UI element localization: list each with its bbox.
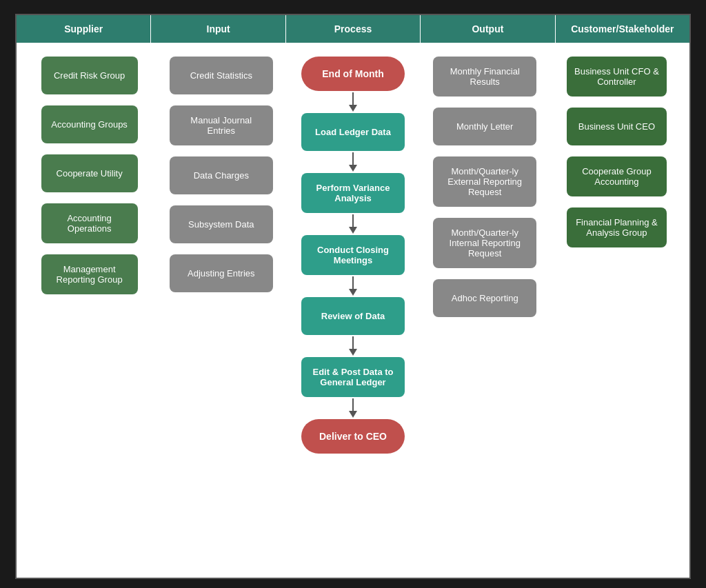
input-box-4: Subsystem Data <box>170 205 273 243</box>
arrow-2 <box>349 152 357 172</box>
header-customer: Customer/Stakeholder <box>556 15 689 43</box>
supplier-box-3: Cooperate Utility <box>41 154 138 192</box>
supplier-column: Credit Risk Group Accounting Groups Coop… <box>23 57 155 454</box>
supplier-box-2: Accounting Groups <box>41 105 138 143</box>
output-box-2: Monthly Letter <box>433 108 536 145</box>
arrow-3 <box>349 214 357 234</box>
input-box-1: Credit Statistics <box>170 57 273 94</box>
customer-box-4: Financial Planning & Analysis Group <box>567 207 667 247</box>
output-box-5: Adhoc Reporting <box>433 279 536 317</box>
arrow-1 <box>349 92 357 112</box>
supplier-box-1: Credit Risk Group <box>41 57 138 94</box>
process-deliver-ceo: Deliver to CEO <box>301 419 405 454</box>
supplier-box-4: Accounting Operations <box>41 203 138 243</box>
output-column: Monthly Financial Results Monthly Letter… <box>419 57 551 454</box>
output-box-1: Monthly Financial Results <box>433 57 536 97</box>
output-box-3: Month/Quarter-ly External Reporting Requ… <box>433 156 536 207</box>
header-row: Supplier Input Process Output Customer/S… <box>17 15 689 43</box>
process-variance: Perform Variance Analysis <box>301 173 405 213</box>
supplier-box-5: Management Reporting Group <box>41 254 138 294</box>
input-box-5: Adjusting Entries <box>170 254 273 292</box>
header-output: Output <box>421 15 555 43</box>
customer-box-1: Business Unit CFO & Controller <box>567 57 667 97</box>
arrow-5 <box>349 336 357 356</box>
arrow-6 <box>349 398 357 418</box>
customer-box-2: Business Unit CEO <box>567 108 667 145</box>
process-end-of-month: End of Month <box>301 57 405 91</box>
diagram-wrapper: Supplier Input Process Output Customer/S… <box>15 14 691 579</box>
content-area: Credit Risk Group Accounting Groups Coop… <box>17 43 689 467</box>
process-load-ledger: Load Ledger Data <box>301 113 405 151</box>
output-box-4: Month/Quarter-ly Internal Reporting Requ… <box>433 218 536 268</box>
header-input: Input <box>151 15 285 43</box>
input-box-2: Manual Journal Entries <box>170 105 273 145</box>
process-edit-post: Edit & Post Data to General Ledger <box>301 357 405 397</box>
customer-box-3: Cooperate Group Accounting <box>567 156 667 196</box>
header-supplier: Supplier <box>17 15 151 43</box>
process-closing-meetings: Conduct Closing Meetings <box>301 235 405 275</box>
input-column: Credit Statistics Manual Journal Entries… <box>155 57 287 454</box>
input-box-3: Data Charges <box>170 156 273 194</box>
customer-column: Business Unit CFO & Controller Business … <box>551 57 683 454</box>
arrow-4 <box>349 276 357 296</box>
header-process: Process <box>286 15 421 43</box>
process-column: End of Month Load Ledger Data Perform Va… <box>287 57 418 454</box>
process-review: Review of Data <box>301 297 405 335</box>
